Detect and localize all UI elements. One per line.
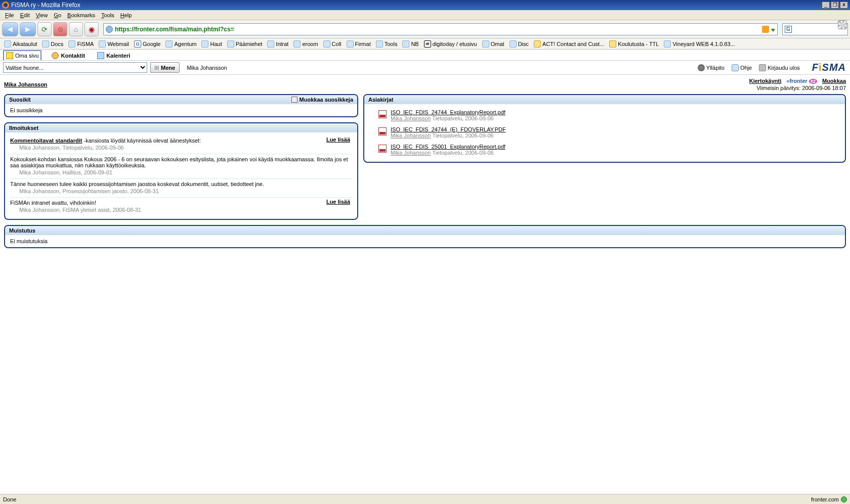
maximize-button[interactable]: ❐ — [831, 2, 839, 9]
bookmark-icon — [376, 40, 383, 48]
edit-favorites-link[interactable]: Muokkaa suosikkeja — [291, 97, 353, 103]
menu-bookmarks[interactable]: Bookmarks — [64, 11, 98, 19]
fisma-logo: FiSMA — [812, 62, 846, 73]
last-updated-label: Viimeisin päivitys: 2006-09-06 18:07 — [756, 85, 846, 91]
document-item: ISO_IEC_FDIS_25001_ExplanatoryReport.pdf… — [369, 142, 840, 159]
bookmark-dropdown-icon[interactable] — [771, 29, 775, 32]
adblock-button[interactable]: ◉ — [84, 22, 99, 36]
bookmark-icon — [68, 40, 75, 48]
security-icon — [841, 496, 847, 502]
status-text: Done — [3, 496, 16, 502]
document-author-link[interactable]: Mika Johansson — [391, 150, 431, 156]
read-more-link[interactable]: Lue lisää — [326, 199, 350, 205]
reminders-empty-text: Ei muistutuksia — [5, 235, 845, 247]
bookmark-item[interactable]: Firmat — [345, 39, 373, 49]
bookmark-item[interactable]: Intrat — [265, 39, 290, 49]
back-button[interactable]: ◄ — [2, 22, 18, 36]
document-item: ISO_IEC_FDIS_24744_ExplanatoryReport.pdf… — [369, 107, 840, 124]
document-link[interactable]: ISO_IEC_FDIS_24744_(E)_FDOVERLAY.PDF — [391, 126, 506, 132]
bookmark-item[interactable]: Agentum — [163, 39, 198, 49]
close-button[interactable]: × — [840, 2, 848, 9]
tab-kalenteri[interactable]: Kalenteri — [95, 51, 132, 60]
menu-edit[interactable]: Edit — [17, 11, 33, 19]
logout-link[interactable]: Kirjaudu ulos — [759, 64, 800, 71]
bookmark-item[interactable]: Docs — [40, 39, 65, 49]
menu-go[interactable]: Go — [51, 11, 64, 19]
favorites-title: Suosikit — [9, 97, 31, 103]
logout-icon — [759, 64, 766, 71]
url-input[interactable] — [115, 26, 760, 33]
home-page-icon — [6, 52, 13, 59]
bookmark-icon — [99, 40, 106, 48]
browser-navbar: ◄ ► ⟳ ⦸ ⌂ ◉ G — [0, 20, 850, 38]
tour-link[interactable]: Kiertokäynti — [749, 78, 782, 84]
minimize-button[interactable]: _ — [822, 2, 830, 9]
announcement-meta: Mika Johansson, Hallitus, 2006-09-01 — [19, 169, 352, 175]
site-identity-icon[interactable] — [106, 26, 113, 33]
bookmark-item[interactable]: Haut — [199, 39, 224, 49]
bookmark-item[interactable]: GGoogle — [132, 39, 162, 49]
bookmark-item[interactable]: Webmail — [97, 39, 131, 49]
document-author-link[interactable]: Mika Johansson — [391, 115, 431, 121]
bookmarks-toolbar: AikataulutDocsFiSMAWebmailGGoogleAgentum… — [0, 38, 850, 50]
url-bar[interactable] — [103, 23, 778, 35]
bookmark-icon: G — [134, 40, 141, 48]
edit-link[interactable]: Muokkaa — [822, 78, 846, 84]
pdf-icon — [378, 110, 387, 118]
menu-help[interactable]: Help — [117, 11, 135, 19]
bookmark-item[interactable]: eroom — [291, 39, 320, 49]
tab-kontaktit[interactable]: Kontaktit — [50, 51, 87, 60]
calendar-icon — [97, 52, 104, 59]
window-titlebar: FiSMA ry - Mozilla Firefox _ ❐ × — [0, 0, 850, 10]
bookmark-item[interactable]: Tools — [374, 39, 400, 49]
document-item: ISO_IEC_FDIS_24744_(E)_FDOVERLAY.PDFMika… — [369, 124, 840, 142]
bookmark-item[interactable]: Disc — [507, 39, 531, 49]
document-meta: Mika Johansson Tietopalvelu, 2006-09-06 — [391, 150, 505, 156]
bookmark-icon — [267, 40, 274, 48]
fronter-logo: »fronter 82 — [786, 78, 817, 84]
reminders-panel: Muistutus Ei muistutuksia — [4, 225, 846, 248]
bookmark-item[interactable]: Koulutusta - TTL — [607, 39, 661, 49]
document-link[interactable]: ISO_IEC_FDIS_24744_ExplanatoryReport.pdf — [391, 109, 505, 115]
menu-view[interactable]: View — [33, 11, 51, 19]
bookmark-item[interactable]: Päämiehet — [225, 39, 265, 49]
room-select[interactable]: Valitse huone... — [3, 62, 147, 73]
bookmark-icon — [42, 40, 49, 48]
browser-statusbar: Done fronter.com — [0, 494, 850, 504]
bookmark-icon: dt — [424, 40, 431, 48]
favorites-panel: Suosikit Muokkaa suosikkeja Ei suosikkej… — [4, 94, 358, 117]
bookmark-item[interactable]: FiSMA — [66, 39, 96, 49]
documents-title: Asiakirjat — [368, 97, 394, 103]
menu-file[interactable]: File — [2, 11, 17, 19]
tab-label: Kalenteri — [106, 53, 130, 59]
announcement-link[interactable]: Kommentoitavat standardit — [10, 138, 82, 144]
announcements-title: Ilmoitukset — [9, 125, 38, 131]
go-button[interactable]: Mene — [150, 62, 180, 73]
bookmark-item[interactable]: Coll — [321, 39, 344, 49]
forward-button[interactable]: ► — [20, 22, 36, 36]
announcement-item: FiSMAn intranet avattu, vihdoinkin!Mika … — [10, 198, 352, 216]
pdf-icon — [378, 145, 387, 153]
bookmark-item[interactable]: Aikataulut — [2, 39, 39, 49]
stop-button[interactable]: ⦸ — [53, 22, 67, 36]
menu-tools[interactable]: Tools — [98, 11, 117, 19]
document-author-link[interactable]: Mika Johansson — [391, 132, 431, 139]
read-more-link[interactable]: Lue lisää — [326, 136, 350, 143]
bookmark-icon — [347, 40, 354, 48]
bookmark-item[interactable]: NB — [400, 39, 420, 49]
home-button[interactable]: ⌂ — [69, 22, 83, 36]
pdf-icon — [378, 127, 387, 135]
bookmark-item[interactable]: Omat — [480, 39, 506, 49]
admin-link[interactable]: Ylläpito — [698, 64, 725, 71]
bookmark-item[interactable]: Vineyard WEB 4.1.0.83... — [662, 39, 737, 49]
tab-oma-sivu[interactable]: Oma sivu — [3, 50, 41, 60]
firefox-icon — [2, 2, 9, 9]
bookmark-icon — [165, 40, 173, 48]
bookmark-item[interactable]: dtdigitoday / etusivu — [422, 39, 479, 49]
document-link[interactable]: ISO_IEC_FDIS_25001_ExplanatoryReport.pdf — [391, 144, 505, 150]
reload-button[interactable]: ⟳ — [37, 22, 52, 36]
page-user-link[interactable]: Mika Johansson — [4, 81, 48, 87]
bookmark-item[interactable]: ACT! Contact and Cust... — [532, 39, 606, 49]
help-link[interactable]: Ohje — [732, 64, 752, 71]
feed-icon[interactable] — [762, 26, 769, 33]
